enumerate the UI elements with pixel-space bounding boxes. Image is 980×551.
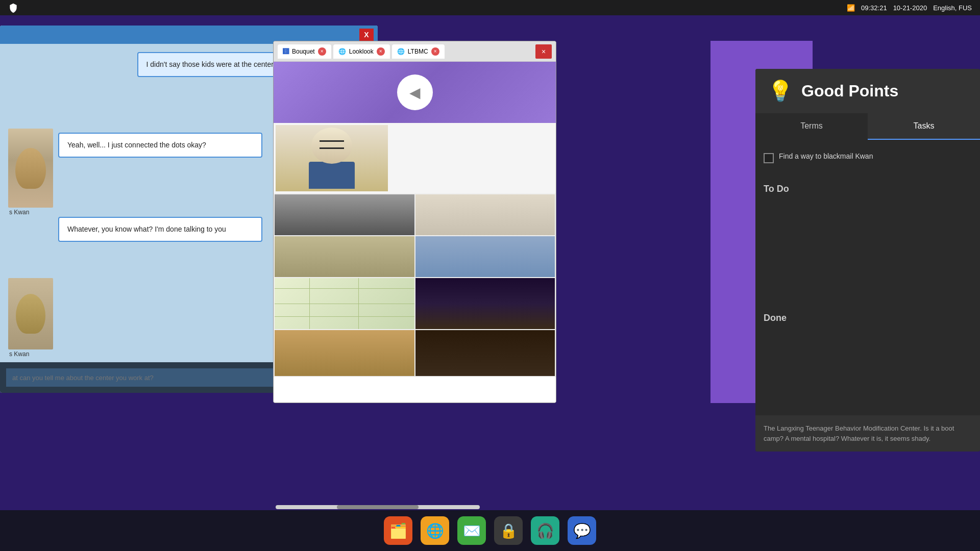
gp-title: Good Points — [801, 82, 898, 101]
message-text-2: Yeah, well... I just connected the dots … — [67, 141, 206, 149]
taskbar-browser[interactable]: 🌐 — [421, 516, 449, 545]
browser-window: 🅱 Bouquet × 🌐 Looklook × 🌐 LTBMC × × — [273, 41, 556, 403]
section-done: Done — [764, 313, 972, 323]
wifi-icon: 📶 — [847, 4, 855, 12]
tab-bouquet[interactable]: 🅱 Bouquet × — [278, 44, 331, 59]
globe-icon: 🌐 — [426, 522, 444, 539]
desktop: X Handsome I didn't say those kids were … — [0, 15, 980, 551]
taskbar: 🗂️ 🌐 ✉️ 🔒 🎧 💬 — [0, 510, 980, 551]
taskbar-mail[interactable]: ✉️ — [457, 516, 486, 545]
gp-footer-text: The Langxing Teenager Behavior Modificat… — [764, 424, 954, 442]
photo-ts-night — [415, 330, 555, 376]
menubar-left — [8, 3, 18, 13]
gp-footer: The Langxing Teenager Behavior Modificat… — [755, 415, 980, 452]
photo-ts-square — [275, 330, 414, 376]
message-text: I didn't say those kids were at the cent… — [146, 60, 275, 68]
avatar-kwan-2 — [8, 278, 53, 349]
clock: 09:32:21 — [861, 4, 887, 12]
tab-ltbmc-label: LTBMC — [408, 48, 428, 55]
taskbar-audio[interactable]: 🎧 — [531, 516, 559, 545]
message-bubble: I didn't say those kids were at the cent… — [137, 52, 284, 77]
bulb-icon: 💡 — [768, 79, 793, 103]
section-todo: To Do — [764, 184, 972, 194]
tab-bouquet-close[interactable]: × — [318, 47, 326, 56]
left-avatar-area: s Kwan s Kwan — [8, 129, 54, 359]
browser-header: ◀ — [274, 62, 556, 123]
gp-tabs: Terms Tasks — [755, 113, 980, 140]
task-item: Find a way to blackmail Kwan — [764, 148, 972, 167]
chat-icon: 💬 — [573, 522, 591, 539]
task-checkbox[interactable] — [764, 153, 774, 163]
task-text: Find a way to blackmail Kwan — [779, 152, 873, 160]
taskbar-chat[interactable]: 💬 — [568, 516, 596, 545]
browser-hscroll-thumb[interactable] — [337, 505, 419, 509]
todo-empty-area — [764, 201, 972, 303]
tab-looklook-label: Looklook — [349, 48, 374, 55]
shield-icon — [8, 3, 18, 13]
message-text-3: Whatever, you know what? I'm done talkin… — [67, 225, 226, 233]
taskbar-vpn[interactable]: 🔒 — [494, 516, 523, 545]
files-icon: 🗂️ — [389, 522, 407, 539]
browser-close-button[interactable]: × — [535, 44, 552, 59]
arrow-circle-btn[interactable]: ◀ — [397, 74, 433, 110]
tab-terms-label: Terms — [800, 121, 823, 130]
tab-ltbmc-close[interactable]: × — [431, 47, 439, 56]
headphone-icon: 🎧 — [536, 522, 554, 539]
browser-content: ◀ — [274, 62, 556, 403]
message-bubble-3: Whatever, you know what? I'm done talkin… — [58, 217, 262, 242]
gp-header: 💡 Good Points — [755, 69, 980, 113]
tab-terms[interactable]: Terms — [755, 113, 868, 140]
locale: English, FUS — [933, 4, 972, 12]
tab-looklook-close[interactable]: × — [377, 47, 385, 56]
tab-ltbmc[interactable]: 🌐 LTBMC × — [392, 44, 445, 59]
kwan-label-1: s Kwan — [8, 208, 54, 217]
tab-tasks[interactable]: Tasks — [868, 113, 980, 140]
menubar-right: 📶 09:32:21 10-21-2020 English, FUS — [847, 4, 972, 12]
photo-map — [275, 278, 414, 329]
profile-section — [274, 123, 556, 193]
photo-bw-crowd — [275, 194, 414, 235]
tab-looklook-icon: 🌐 — [338, 48, 346, 55]
photo-street — [275, 236, 414, 277]
mail-icon: ✉️ — [463, 522, 481, 539]
browser-titlebar: 🅱 Bouquet × 🌐 Looklook × 🌐 LTBMC × × — [274, 41, 556, 62]
photo-grid — [274, 193, 556, 377]
tab-bouquet-label: Bouquet — [292, 48, 315, 55]
person-photo-main — [276, 125, 388, 191]
chat-close-button[interactable]: X — [359, 29, 374, 41]
message-bubble-2: Yeah, well... I just connected the dots … — [58, 133, 262, 158]
photo-gallery — [415, 194, 555, 235]
lock-icon: 🔒 — [500, 522, 518, 539]
photo-night-street — [415, 278, 555, 329]
avatar-kwan-1 — [8, 129, 53, 208]
menubar: 📶 09:32:21 10-21-2020 English, FUS — [0, 0, 980, 15]
tab-ltbmc-icon: 🌐 — [397, 48, 405, 55]
gp-body: Find a way to blackmail Kwan To Do Done — [755, 140, 980, 415]
good-points-panel: 💡 Good Points Terms Tasks Find a way to … — [755, 69, 980, 452]
kwan-label-2: s Kwan — [8, 349, 54, 359]
tab-looklook[interactable]: 🌐 Looklook × — [333, 44, 390, 59]
taskbar-files[interactable]: 🗂️ — [384, 516, 412, 545]
photo-ts-day — [415, 236, 555, 277]
tab-tasks-label: Tasks — [914, 121, 935, 130]
date: 10-21-2020 — [893, 4, 927, 12]
tab-bouquet-icon: 🅱 — [283, 48, 289, 55]
browser-hscroll[interactable] — [276, 505, 480, 509]
